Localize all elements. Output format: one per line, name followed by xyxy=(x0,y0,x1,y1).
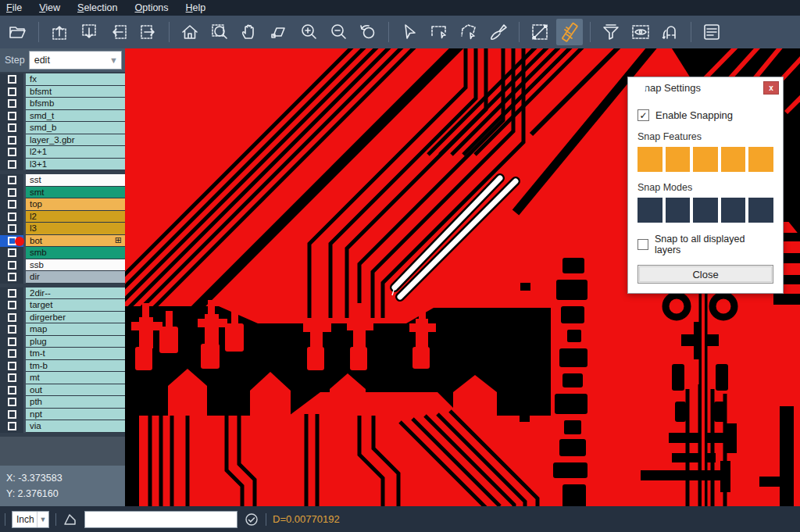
layer-row-top[interactable]: top⊞ xyxy=(0,198,125,211)
layer-name-cell[interactable]: smd_t⊞ xyxy=(26,110,125,123)
report-panel-button[interactable] xyxy=(698,19,725,45)
layer-row-l3+1[interactable]: l3+1⊞ xyxy=(0,159,125,171)
layer-checkbox-cell[interactable] xyxy=(0,420,23,433)
layer-checkbox-cell[interactable] xyxy=(0,299,23,312)
layer-visibility-checkbox[interactable] xyxy=(8,148,16,156)
layer-row-l3[interactable]: l3⊞ xyxy=(0,223,125,235)
measure-line-button[interactable] xyxy=(527,19,553,45)
zoom-window-button[interactable] xyxy=(206,19,233,45)
layer-row-dirgerber[interactable]: dirgerber⊞ xyxy=(0,312,125,324)
layer-name-cell[interactable]: smt⊞ xyxy=(26,187,125,199)
layer-checkbox-cell[interactable] xyxy=(0,110,23,123)
layer-row-via[interactable]: via⊞ xyxy=(0,420,125,433)
layer-checkbox-cell[interactable] xyxy=(0,122,23,134)
layer-row-fx[interactable]: fx⊞ xyxy=(0,73,125,86)
measure-input[interactable] xyxy=(84,511,238,528)
pan-down-button[interactable] xyxy=(76,19,102,45)
layer-row-ssb[interactable]: ssb⊞ xyxy=(0,259,125,272)
filter-button[interactable] xyxy=(598,19,624,45)
layer-visibility-checkbox[interactable] xyxy=(8,289,16,298)
layer-name-cell[interactable]: out⊞ xyxy=(26,384,125,397)
layer-name-cell[interactable]: plug⊞ xyxy=(26,336,125,348)
mode-center-button[interactable] xyxy=(638,198,662,223)
layer-checkbox-cell[interactable] xyxy=(0,98,23,110)
layer-checkbox-cell[interactable] xyxy=(0,159,23,171)
select-pointer-button[interactable] xyxy=(396,19,423,45)
layer-visibility-checkbox[interactable] xyxy=(8,200,16,209)
pan-up-button[interactable] xyxy=(46,19,73,45)
mode-point-on-line-button[interactable] xyxy=(666,198,691,223)
layer-visibility-checkbox[interactable] xyxy=(8,261,16,270)
layer-checkbox-cell[interactable] xyxy=(0,223,23,235)
close-button[interactable]: Close xyxy=(638,265,773,284)
angle-measure-icon[interactable] xyxy=(62,512,78,527)
layer-row-2dir--[interactable]: 2dir--⊞ xyxy=(0,287,125,300)
feature-pad-button[interactable] xyxy=(666,147,691,172)
mode-slot-b-button[interactable] xyxy=(721,198,746,223)
zoom-previous-button[interactable] xyxy=(355,19,381,45)
step-select[interactable]: edit ▼ xyxy=(29,51,122,70)
layer-row-l2+1[interactable]: l2+1⊞ xyxy=(0,146,125,159)
layer-visibility-checkbox[interactable] xyxy=(8,273,16,281)
unit-select[interactable]: Inch ▼ xyxy=(12,511,49,528)
layer-visibility-checkbox[interactable] xyxy=(8,212,16,221)
snap-all-layers-row[interactable]: Snap to all displayed layers xyxy=(638,234,773,255)
layer-row-bfsmb[interactable]: bfsmb⊞ xyxy=(0,98,125,110)
layer-name-cell[interactable]: top⊞ xyxy=(26,198,125,211)
zoom-in-button[interactable] xyxy=(295,19,322,45)
layer-row-out[interactable]: out⊞ xyxy=(0,384,125,397)
enable-snapping-checkbox[interactable]: ✓ xyxy=(638,109,649,121)
layer-row-target[interactable]: target⊞ xyxy=(0,299,125,312)
layer-row-plug[interactable]: plug⊞ xyxy=(0,336,125,348)
layer-row-l2[interactable]: l2⊞ xyxy=(0,211,125,223)
layer-name-cell[interactable]: bfsmb⊞ xyxy=(26,98,125,110)
feature-line-button[interactable] xyxy=(638,147,662,172)
open-file-button[interactable] xyxy=(5,19,31,45)
layer-name-cell[interactable]: bot⊞ xyxy=(26,235,125,248)
layer-name-cell[interactable]: smd_b⊞ xyxy=(26,122,125,134)
layer-name-cell[interactable]: mt⊞ xyxy=(26,372,125,384)
layer-name-cell[interactable]: ssb⊞ xyxy=(26,259,125,272)
layer-name-cell[interactable]: tm-t⊞ xyxy=(26,348,125,360)
menu-item-file[interactable]: File xyxy=(6,2,22,13)
layer-row-bfsmt[interactable]: bfsmt⊞ xyxy=(0,86,125,98)
menu-item-view[interactable]: View xyxy=(39,2,60,13)
layer-checkbox-cell[interactable] xyxy=(0,336,23,348)
feature-surface-button[interactable] xyxy=(693,147,718,172)
pcb-canvas[interactable]: Snap Settings x ✓ Enable Snapping Snap F… xyxy=(125,48,800,506)
layer-checkbox-cell[interactable] xyxy=(0,360,23,373)
measure-ruler-button[interactable] xyxy=(556,19,583,45)
layer-checkbox-cell[interactable] xyxy=(0,372,23,384)
layer-checkbox-cell[interactable] xyxy=(0,86,23,98)
layer-checkbox-cell[interactable] xyxy=(0,198,23,211)
layer-name-cell[interactable]: tm-b⊞ xyxy=(26,360,125,373)
layer-name-cell[interactable]: sst⊞ xyxy=(26,174,125,187)
layer-checkbox-cell[interactable] xyxy=(0,409,23,421)
layer-visibility-checkbox[interactable] xyxy=(8,410,16,419)
mode-corner-button[interactable] xyxy=(748,198,773,223)
layer-checkbox-cell[interactable] xyxy=(0,211,23,223)
move-vertex-button[interactable] xyxy=(266,19,292,45)
layer-row-smt[interactable]: smt⊞ xyxy=(0,187,125,199)
dialog-close-icon[interactable]: x xyxy=(763,81,779,95)
layer-name-cell[interactable]: via⊞ xyxy=(26,420,125,433)
layer-visibility-checkbox[interactable] xyxy=(8,248,16,257)
layer-row-sst[interactable]: sst⊞ xyxy=(0,174,125,187)
feature-text-button[interactable] xyxy=(748,147,773,172)
dialog-titlebar[interactable]: Snap Settings x xyxy=(628,77,783,98)
pan-hand-button[interactable] xyxy=(236,19,262,45)
layer-visibility-checkbox[interactable] xyxy=(8,422,16,430)
layer-visibility-checkbox[interactable] xyxy=(8,301,16,309)
layer-row-smd_t[interactable]: smd_t⊞ xyxy=(0,110,125,123)
layer-row-layer_3.gbr[interactable]: layer_3.gbr⊞ xyxy=(0,134,125,147)
layer-visibility-checkbox[interactable] xyxy=(8,362,16,370)
layer-visibility-checkbox[interactable] xyxy=(8,136,16,145)
feature-arc-button[interactable] xyxy=(721,147,746,172)
layer-visibility-checkbox[interactable] xyxy=(8,188,16,197)
layer-checkbox-cell[interactable] xyxy=(0,73,23,86)
layer-name-cell[interactable]: pth⊞ xyxy=(26,396,125,409)
layer-name-cell[interactable]: bfsmt⊞ xyxy=(26,86,125,98)
layer-visibility-checkbox[interactable] xyxy=(8,373,16,382)
layer-visibility-checkbox[interactable] xyxy=(8,349,16,358)
enable-snapping-row[interactable]: ✓ Enable Snapping xyxy=(638,109,773,121)
